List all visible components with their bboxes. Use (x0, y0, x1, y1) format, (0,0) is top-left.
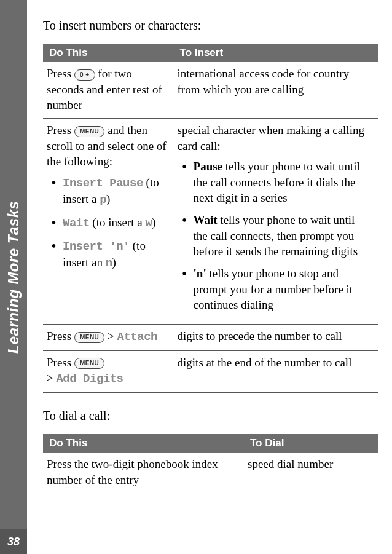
content-area: To insert numbers or characters: Do This… (43, 18, 378, 493)
cell-right: international access code for country fr… (174, 62, 378, 118)
cell-left: Press the two-digit phonebook index numb… (43, 453, 244, 493)
col-to-insert: To Insert (174, 44, 378, 62)
table-row: Press MENU > Add Digits digits at the en… (43, 350, 378, 392)
intro-text-2: To dial a call: (43, 409, 378, 423)
cell-left: Press MENU > Attach (43, 324, 174, 350)
char-code: w (145, 216, 152, 230)
text: Press (47, 67, 74, 80)
right-option-list: Pause tells your phone to wait until the… (180, 159, 372, 313)
term: 'n' (194, 267, 206, 280)
cell-right: special character when making a calling … (174, 118, 378, 324)
text: Press (47, 356, 74, 369)
insert-table: Do This To Insert Press 0 + for two seco… (43, 44, 378, 393)
menu-key-icon: MENU (74, 358, 104, 369)
menu-option: Attach (117, 330, 157, 344)
cell-left: Press MENU and then scroll to and select… (43, 118, 174, 324)
page-number: 38 (7, 536, 20, 548)
list-item: Insert Pause (to insert a p) (49, 175, 171, 208)
col-do-this: Do This (43, 434, 244, 453)
list-item: Wait tells your phone to wait until the … (180, 212, 372, 259)
sidebar-title: Learning More Tasks (5, 200, 22, 354)
text: Press (47, 330, 74, 342)
menu-key-icon: MENU (74, 332, 104, 343)
table-row: Press MENU > Attach digits to precede th… (43, 324, 378, 350)
char-code: p (100, 193, 106, 207)
table-row: Press the two-digit phonebook index numb… (43, 453, 378, 493)
cell-left: Press 0 + for two seconds and enter rest… (43, 62, 174, 118)
col-do-this: Do This (43, 44, 174, 62)
col-to-dial: To Dial (244, 434, 378, 453)
text: special character when making a calling … (178, 124, 364, 152)
menu-option: Insert 'n' (63, 240, 130, 253)
list-item: 'n' tells your phone to stop and prompt … (180, 266, 372, 313)
menu-key-icon: MENU (74, 126, 104, 137)
table-header-row: Do This To Dial (43, 434, 378, 453)
cell-left: Press MENU > Add Digits (43, 350, 174, 392)
list-item: Insert 'n' (to insert an n) (49, 238, 171, 272)
menu-option: Add Digits (56, 372, 123, 386)
desc: tells your phone to stop and prompt you … (194, 267, 353, 311)
text: Press (47, 124, 74, 137)
menu-option: Insert Pause (63, 176, 143, 190)
table-row: Press MENU and then scroll to and select… (43, 118, 378, 324)
text: ) (152, 216, 155, 229)
term: Pause (194, 160, 223, 173)
table-header-row: Do This To Insert (43, 44, 378, 62)
table-row: Press 0 + for two seconds and enter rest… (43, 62, 378, 118)
list-item: Pause tells your phone to wait until the… (180, 159, 372, 206)
page: Learning More Tasks 38 To insert numbers… (0, 0, 392, 554)
intro-text-1: To insert numbers or characters: (43, 18, 378, 33)
left-option-list: Insert Pause (to insert a p) Wait (to in… (49, 175, 171, 272)
zero-plus-key-icon: 0 + (74, 69, 95, 81)
cell-right: speed dial number (244, 453, 378, 493)
page-number-box: 38 (0, 529, 27, 554)
menu-option: Wait (63, 216, 90, 230)
cell-right: digits to precede the number to call (174, 324, 378, 350)
term: Wait (194, 213, 218, 226)
desc: tells your phone to wait until the call … (194, 213, 358, 258)
text: ) (106, 192, 110, 205)
text: (to insert a (90, 216, 146, 229)
text: ) (112, 256, 116, 269)
cell-right: digits at the end of the number to call (174, 350, 378, 392)
dial-table: Do This To Dial Press the two-digit phon… (43, 434, 378, 493)
list-item: Wait (to insert a w) (49, 215, 171, 232)
breadcrumb-separator: > (104, 330, 117, 342)
breadcrumb-separator: > (47, 371, 56, 384)
sidebar: Learning More Tasks 38 (0, 0, 27, 554)
char-code: n (106, 256, 112, 270)
